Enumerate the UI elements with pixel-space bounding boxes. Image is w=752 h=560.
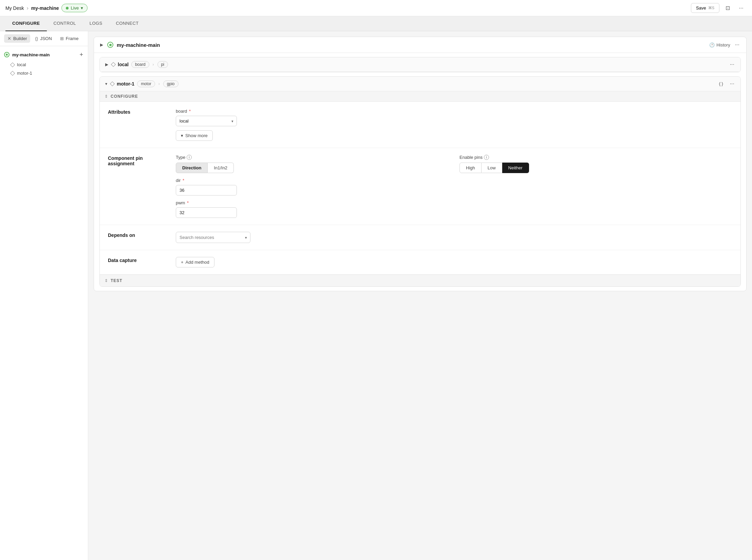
expand-machine-button[interactable]: ▶ xyxy=(99,42,104,48)
pwm-required-star: * xyxy=(187,200,189,205)
breadcrumb-desk[interactable]: My Desk xyxy=(5,5,24,11)
sidebar-tool-json[interactable]: {} JSON xyxy=(32,34,55,43)
local-component-header: ▶ local board › pi ··· xyxy=(100,57,740,72)
board-field-label: board * xyxy=(176,109,732,114)
sidebar-add-button[interactable]: + xyxy=(79,51,84,58)
tab-logs[interactable]: LOGS xyxy=(83,16,109,31)
live-label: Live xyxy=(71,5,79,11)
search-resources-wrapper: ▾ xyxy=(176,232,250,243)
motor1-tag-gpio: gpio xyxy=(163,80,178,87)
type-group: Type i Direction In1/In2 xyxy=(176,155,449,173)
dir-required-star: * xyxy=(183,178,184,183)
sidebar-item-motor1[interactable]: motor-1 xyxy=(0,69,88,77)
nav-tabs: CONFIGURE CONTROL LOGS CONNECT xyxy=(0,16,752,31)
show-more-chevron-icon: ▾ xyxy=(181,133,183,138)
test-bar-label: TEST xyxy=(111,278,123,283)
pwm-input[interactable] xyxy=(176,207,237,218)
expand-local-button[interactable]: ▶ xyxy=(105,61,109,68)
tab-connect[interactable]: CONNECT xyxy=(109,16,146,31)
configure-bar-label: CONFIGURE xyxy=(111,94,138,99)
machine-status-icon xyxy=(107,42,113,48)
sidebar: ✕ Builder {} JSON ⊞ Frame my-machine-mai… xyxy=(0,31,88,560)
breadcrumb-machine[interactable]: my-machine xyxy=(31,5,59,11)
sidebar-tools: ✕ Builder {} JSON ⊞ Frame xyxy=(0,31,88,46)
test-bar: ⇕ TEST xyxy=(100,275,740,286)
enable-neither-button[interactable]: Neither xyxy=(502,163,529,173)
machine-panel: ▶ my-machine-main 🕐 History ··· xyxy=(94,37,747,291)
component-pin-section: Component pin assignment Type i xyxy=(100,148,740,225)
json-icon: {} xyxy=(35,36,38,41)
sidebar-tool-frame[interactable]: ⊞ Frame xyxy=(57,34,82,43)
pwm-field-label: pwm * xyxy=(176,200,732,205)
sidebar-tool-json-label: JSON xyxy=(40,36,52,41)
local-more-button[interactable]: ··· xyxy=(729,61,736,68)
top-bar: My Desk › my-machine Live ▾ Save ⌘S ⊡ ··… xyxy=(0,0,752,16)
sidebar-tool-builder-label: Builder xyxy=(13,36,27,41)
local-tag-board: board xyxy=(131,61,149,68)
add-method-button[interactable]: + Add method xyxy=(176,257,214,267)
attributes-section: Attributes board * local ▾ xyxy=(100,102,740,148)
machine-more-button[interactable]: ··· xyxy=(734,41,741,49)
configure-collapse-icon[interactable]: ⇕ xyxy=(105,94,108,99)
enable-btn-group: High Low Neither xyxy=(459,163,732,173)
local-component-card: ▶ local board › pi ··· xyxy=(99,57,741,72)
main-layout: ✕ Builder {} JSON ⊞ Frame my-machine-mai… xyxy=(0,31,752,560)
builder-icon: ✕ xyxy=(7,36,11,41)
dir-input[interactable] xyxy=(176,185,237,195)
enable-high-button[interactable]: High xyxy=(459,163,482,173)
board-select-wrapper: local ▾ xyxy=(176,116,237,126)
sidebar-item-local[interactable]: local xyxy=(0,60,88,69)
add-method-label: Add method xyxy=(186,260,209,265)
sidebar-tool-builder[interactable]: ✕ Builder xyxy=(4,34,30,43)
type-in1in2-button[interactable]: In1/In2 xyxy=(208,163,234,173)
attributes-content: board * local ▾ ▾ Show m xyxy=(176,109,732,141)
type-direction-button[interactable]: Direction xyxy=(176,163,208,173)
board-required-star: * xyxy=(189,109,191,114)
live-badge[interactable]: Live ▾ xyxy=(61,4,88,12)
breadcrumb: My Desk › my-machine Live ▾ xyxy=(5,4,88,12)
components-list: ▶ local board › pi ··· ▾ xyxy=(94,53,746,291)
data-capture-content: + Add method xyxy=(176,257,732,267)
board-select[interactable]: local xyxy=(176,116,237,126)
machine-status-dot xyxy=(109,44,112,46)
machine-status-icon xyxy=(4,52,10,57)
enable-low-button[interactable]: Low xyxy=(482,163,502,173)
depends-on-content: ▾ xyxy=(176,232,732,243)
motor1-diamond-icon xyxy=(110,81,115,86)
tab-control[interactable]: CONTROL xyxy=(47,16,83,31)
diamond-icon xyxy=(10,62,15,67)
sidebar-machine-left: my-machine-main xyxy=(4,52,50,57)
live-chevron-icon: ▾ xyxy=(81,5,83,11)
export-icon-button[interactable]: ⊡ xyxy=(722,3,733,14)
test-expand-icon[interactable]: ⇕ xyxy=(105,278,108,283)
save-button[interactable]: Save ⌘S xyxy=(691,3,719,13)
type-btn-group: Direction In1/In2 xyxy=(176,163,449,173)
motor1-component-card: ▾ motor-1 motor › gpio {} ··· xyxy=(99,76,741,287)
type-info-icon[interactable]: i xyxy=(187,155,192,160)
enable-pins-group: Enable pins i High Low xyxy=(459,155,732,173)
motor1-json-button[interactable]: {} xyxy=(716,80,726,88)
machine-panel-header: ▶ my-machine-main 🕐 History ··· xyxy=(94,37,746,53)
motor1-title: motor-1 xyxy=(117,81,134,87)
tab-configure[interactable]: CONFIGURE xyxy=(5,16,47,31)
machine-panel-left: ▶ my-machine-main xyxy=(99,42,160,48)
content-area: ▶ my-machine-main 🕐 History ··· xyxy=(88,31,752,560)
depends-on-label: Depends on xyxy=(108,232,162,243)
component-pin-content: Type i Direction In1/In2 xyxy=(176,155,732,218)
more-options-button[interactable]: ··· xyxy=(736,3,747,14)
enable-pins-label: Enable pins i xyxy=(459,155,732,160)
search-resources-input[interactable] xyxy=(176,232,250,243)
type-label: Type i xyxy=(176,155,449,160)
enable-info-icon[interactable]: i xyxy=(484,155,489,160)
machine-status-dot xyxy=(6,54,8,56)
attributes-label: Attributes xyxy=(108,109,162,141)
sidebar-machine-item[interactable]: my-machine-main + xyxy=(0,49,88,60)
expand-motor1-button[interactable]: ▾ xyxy=(105,81,108,87)
history-clock-icon: 🕐 xyxy=(709,42,715,48)
history-button[interactable]: 🕐 History xyxy=(709,42,730,48)
show-more-button[interactable]: ▾ Show more xyxy=(176,130,213,141)
local-diamond-icon xyxy=(111,62,116,67)
top-bar-actions: Save ⌘S ⊡ ··· xyxy=(691,3,747,14)
local-title: local xyxy=(118,62,129,67)
motor1-more-button[interactable]: ··· xyxy=(729,80,736,88)
